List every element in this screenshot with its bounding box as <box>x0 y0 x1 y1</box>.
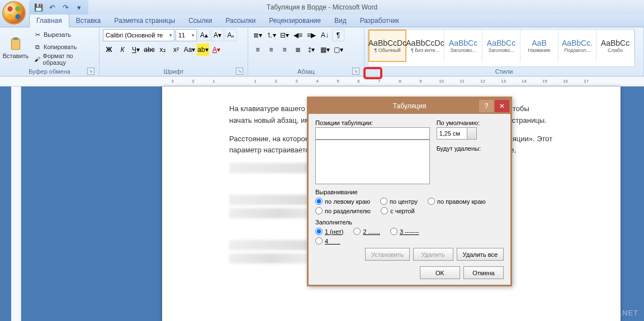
paragraph-launcher[interactable]: ↘ <box>352 68 359 75</box>
clear-all-button[interactable]: Удалить все <box>457 248 504 261</box>
tab-page-layout[interactable]: Разметка страницы <box>107 15 182 27</box>
font-size-combo[interactable]: 11 <box>176 29 197 41</box>
window-title: Табуляция в Ворде - Microsoft Word <box>267 3 377 11</box>
dialog-help-button[interactable]: ? <box>479 100 494 112</box>
tab-mailings[interactable]: Рассылки <box>219 15 262 27</box>
multilevel-button[interactable]: ⊟▾ <box>278 29 291 41</box>
align-right-radio[interactable]: по правому краю <box>428 198 486 205</box>
leader-underscore-radio[interactable]: 4 ___ <box>315 237 340 245</box>
superscript-button[interactable]: x² <box>170 44 182 56</box>
redo-icon[interactable]: ↷ <box>60 2 70 12</box>
group-clipboard: Вставить ✂Вырезать ⧉Копировать 🖌Формат п… <box>0 27 100 76</box>
tab-review[interactable]: Рецензирование <box>262 15 328 27</box>
grow-font-button[interactable]: A▴ <box>198 29 210 41</box>
group-styles: AaBbCcDc¶ ОбычныйAaBbCcDc¶ Без инте...Aa… <box>364 27 644 76</box>
vertical-ruler[interactable] <box>11 87 21 321</box>
horizontal-ruler[interactable]: 3211234567891011121314151617 <box>0 76 644 87</box>
format-painter-button[interactable]: 🖌Формат по образцу <box>30 54 96 65</box>
cut-button[interactable]: ✂Вырезать <box>30 29 96 40</box>
svg-point-2 <box>7 14 12 19</box>
paste-button[interactable]: Вставить <box>3 29 28 67</box>
change-case-button[interactable]: Aa▾ <box>183 44 196 56</box>
font-launcher[interactable]: ↘ <box>236 68 243 75</box>
group-paragraph: ≣▾ ⒈▾ ⊟▾ ◀≡ ≡▶ A↓ ¶ ≡ ≡ ≡ ≣ ‡▾ ▦▾ ▢▾ Абз… <box>248 27 364 76</box>
align-left-radio[interactable]: по левому краю <box>315 198 370 205</box>
clear-formatting-button[interactable]: Aₓ <box>225 29 237 41</box>
tab-positions-list[interactable] <box>315 140 430 184</box>
scissors-icon: ✂ <box>33 30 42 39</box>
shading-button[interactable]: ▦▾ <box>319 44 331 56</box>
style-item[interactable]: AaBbCcDc¶ Обычный <box>368 30 406 62</box>
save-icon[interactable]: 💾 <box>34 2 44 12</box>
office-button[interactable] <box>2 1 26 25</box>
undo-icon[interactable]: ↶ <box>47 2 57 12</box>
style-item[interactable]: AaBbCcЗаголово... <box>482 30 520 62</box>
tab-view[interactable]: Вид <box>328 15 353 27</box>
windows-icon <box>552 308 562 318</box>
dialog-close-button[interactable]: ✕ <box>495 100 509 112</box>
clipboard-launcher[interactable]: ↘ <box>87 68 94 75</box>
copy-button[interactable]: ⧉Копировать <box>30 41 96 52</box>
leader-dash-radio[interactable]: 3 ------- <box>390 228 419 235</box>
decrease-indent-button[interactable]: ◀≡ <box>292 29 304 41</box>
bullets-button[interactable]: ≣▾ <box>252 29 264 41</box>
svg-point-3 <box>15 14 20 19</box>
default-tab-spinner[interactable]: 1,25 см <box>437 127 477 140</box>
font-name-combo[interactable]: Calibri (Основной те <box>103 29 174 41</box>
tab-references[interactable]: Ссылки <box>182 15 219 27</box>
copy-label: Копировать <box>44 44 77 50</box>
justify-button[interactable]: ≣ <box>292 44 304 56</box>
style-item[interactable]: AaBbCcСлабо <box>596 30 634 62</box>
quick-access-toolbar: 💾 ↶ ↷ ▾ <box>29 0 88 15</box>
underline-button[interactable]: Ч▾ <box>130 44 142 56</box>
align-center-radio[interactable]: по центру <box>380 198 418 205</box>
sort-button[interactable]: A↓ <box>319 29 331 41</box>
style-item[interactable]: AaBbCcDc¶ Без инте... <box>406 30 444 62</box>
align-bar-radio[interactable]: с чертой <box>381 207 414 214</box>
bold-button[interactable]: Ж <box>103 44 115 56</box>
align-right-button[interactable]: ≡ <box>278 44 291 56</box>
align-decimal-radio[interactable]: по разделителю <box>315 207 371 214</box>
cut-label: Вырезать <box>44 31 71 38</box>
numbering-button[interactable]: ⒈▾ <box>265 29 277 41</box>
set-tab-button[interactable]: Установить <box>365 248 410 261</box>
italic-button[interactable]: К <box>116 44 129 56</box>
dialog-title-text: Табуляция <box>393 102 426 110</box>
strikethrough-button[interactable]: abc <box>143 44 155 56</box>
group-styles-label: Стили <box>368 67 640 76</box>
style-item[interactable]: AaBbCc.Подзагол... <box>558 30 596 62</box>
styles-gallery[interactable]: AaBbCcDc¶ ОбычныйAaBbCcDc¶ Без инте...Aa… <box>368 29 635 67</box>
clear-tab-button[interactable]: Удалить <box>413 248 453 261</box>
blurred-text <box>229 253 310 263</box>
tab-developer[interactable]: Разработчик <box>353 15 406 27</box>
to-delete-label: Будут удалены: <box>437 145 504 152</box>
qat-customize-icon[interactable]: ▾ <box>74 2 84 12</box>
show-marks-button[interactable]: ¶ <box>332 29 344 41</box>
tab-position-input[interactable] <box>315 127 430 140</box>
subscript-button[interactable]: x₂ <box>157 44 169 56</box>
font-color-button[interactable]: A▾ <box>210 44 222 56</box>
dialog-titlebar[interactable]: Табуляция ? ✕ <box>309 98 510 114</box>
borders-button[interactable]: ▢▾ <box>332 44 344 56</box>
svg-point-0 <box>7 6 12 11</box>
leader-none-radio[interactable]: 1 (нет) <box>315 228 343 235</box>
tab-home[interactable]: Главная <box>29 14 69 27</box>
style-item[interactable]: AaBbCcЗаголово... <box>444 30 482 62</box>
tab-insert[interactable]: Вставка <box>69 15 108 27</box>
align-left-button[interactable]: ≡ <box>252 44 264 56</box>
ribbon: Вставить ✂Вырезать ⧉Копировать 🖌Формат п… <box>0 27 644 76</box>
align-center-button[interactable]: ≡ <box>265 44 277 56</box>
copy-icon: ⧉ <box>33 42 42 51</box>
group-paragraph-label: Абзац↘ <box>252 67 361 76</box>
shrink-font-button[interactable]: A▾ <box>211 29 224 41</box>
highlight-button[interactable]: ab▾ <box>197 44 209 56</box>
highlight-icon: ab <box>197 46 205 54</box>
format-painter-label: Формат по образцу <box>43 52 93 66</box>
increase-indent-button[interactable]: ≡▶ <box>305 29 318 41</box>
ok-button[interactable]: OK <box>420 266 460 279</box>
line-spacing-button[interactable]: ‡▾ <box>305 44 318 56</box>
style-item[interactable]: AaBНазвание <box>520 30 558 62</box>
leader-dots-radio[interactable]: 2 ....... <box>353 228 380 235</box>
cancel-button[interactable]: Отмена <box>463 266 504 279</box>
svg-point-1 <box>15 6 20 11</box>
